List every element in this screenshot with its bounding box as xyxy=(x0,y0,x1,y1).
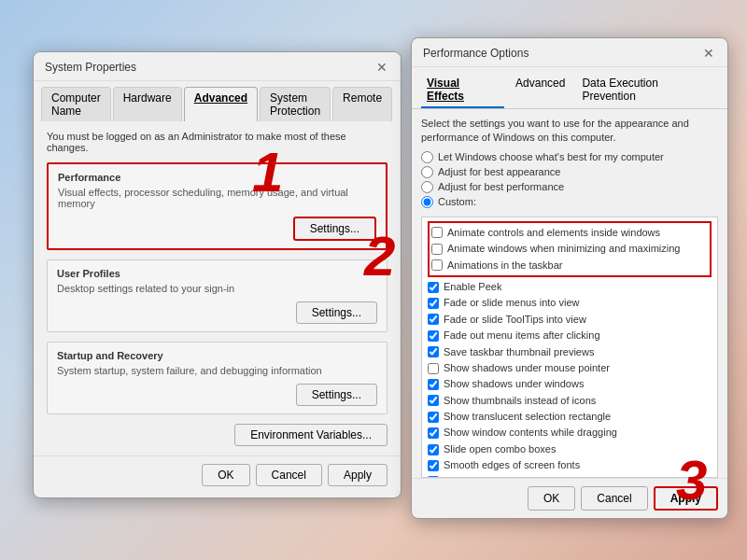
perf-cancel-button[interactable]: Cancel xyxy=(581,486,647,511)
radio-let-windows-input[interactable] xyxy=(421,151,433,163)
perf-opts-close-button[interactable]: ✕ xyxy=(701,46,716,61)
user-profiles-section: User Profiles Desktop settings related t… xyxy=(47,259,388,332)
step-2-label: 2 xyxy=(364,224,395,288)
checkbox-show-window-contents-input[interactable] xyxy=(428,427,439,439)
checkbox-smooth-edges: Smooth edges of screen fonts xyxy=(428,457,712,473)
tab-hardware[interactable]: Hardware xyxy=(113,87,182,121)
sys-props-tabs: Computer Name Hardware Advanced System P… xyxy=(34,81,401,121)
checkbox-show-thumbnails: Show thumbnails instead of icons xyxy=(428,393,712,409)
checkbox-animations-taskbar-input[interactable] xyxy=(431,259,443,271)
step-3-label: 3 xyxy=(676,448,707,512)
performance-desc: Visual effects, processor scheduling, me… xyxy=(58,187,376,209)
checkbox-enable-peek: Enable Peek xyxy=(428,279,712,295)
radio-best-performance-label: Adjust for best performance xyxy=(438,181,564,192)
radio-let-windows-label: Let Windows choose what's best for my co… xyxy=(438,151,664,162)
sys-props-content: You must be logged on as an Administrato… xyxy=(34,121,401,455)
tab-visual-effects[interactable]: Visual Effects xyxy=(421,73,504,108)
sys-props-close-button[interactable]: ✕ xyxy=(374,60,389,75)
perf-opts-titlebar: Performance Options ✕ xyxy=(412,38,727,67)
checkbox-save-taskbar: Save taskbar thumbnail previews xyxy=(428,344,712,360)
checkbox-fade-slide-tooltips-label: Fade or slide ToolTips into view xyxy=(444,313,586,327)
highlighted-checkboxes: Animate controls and elements inside win… xyxy=(428,221,712,277)
tab-system-protection[interactable]: System Protection xyxy=(260,87,331,121)
radio-group: Let Windows choose what's best for my co… xyxy=(412,151,727,217)
checkbox-animations-taskbar-label: Animations in the taskbar xyxy=(447,259,563,273)
checkbox-show-thumbnails-input[interactable] xyxy=(428,395,439,406)
admin-info-text: You must be logged on as an Administrato… xyxy=(47,131,388,153)
user-profiles-desc: Desktop settings related to your sign-in xyxy=(57,283,377,294)
checkbox-show-thumbnails-label: Show thumbnails instead of icons xyxy=(444,394,596,408)
perf-ok-button[interactable]: OK xyxy=(528,486,575,511)
sys-props-cancel-button[interactable]: Cancel xyxy=(256,464,322,486)
checkbox-slide-combo-input[interactable] xyxy=(428,444,439,455)
checkbox-save-taskbar-label: Save taskbar thumbnail previews xyxy=(444,345,594,359)
checkbox-fade-slide-tooltips: Fade or slide ToolTips into view xyxy=(428,312,712,328)
user-profiles-settings-button[interactable]: Settings... xyxy=(296,301,377,324)
checkbox-enable-peek-label: Enable Peek xyxy=(444,280,501,294)
radio-best-performance: Adjust for best performance xyxy=(421,181,718,193)
sys-props-title: System Properties xyxy=(45,61,136,74)
checkbox-slide-combo-label: Slide open combo boxes xyxy=(444,442,556,456)
startup-label: Startup and Recovery xyxy=(57,350,377,361)
checkbox-show-shadows-windows-label: Show shadows under windows xyxy=(444,377,584,391)
checkbox-show-shadows-mouse-input[interactable] xyxy=(428,363,439,374)
checkbox-fade-slide-menus-input[interactable] xyxy=(428,298,439,309)
checkbox-show-shadows-mouse-label: Show shadows under mouse pointer xyxy=(444,361,610,375)
checkbox-show-shadows-windows: Show shadows under windows xyxy=(428,376,712,392)
checkbox-animate-windows-label: Animate windows when minimizing and maxi… xyxy=(447,242,680,256)
checkbox-animate-windows: Animate windows when minimizing and maxi… xyxy=(431,241,708,257)
sys-props-apply-button[interactable]: Apply xyxy=(328,464,388,486)
user-profiles-label: User Profiles xyxy=(57,268,377,279)
checkbox-smooth-edges-label: Smooth edges of screen fonts xyxy=(444,458,580,472)
sys-props-ok-button[interactable]: OK xyxy=(202,464,249,486)
checkbox-fade-menu-items: Fade out menu items after clicking xyxy=(428,328,712,343)
radio-best-appearance: Adjust for best appearance xyxy=(421,166,718,178)
perf-opts-title: Performance Options xyxy=(423,47,529,60)
sys-props-titlebar: System Properties ✕ xyxy=(34,52,401,81)
checkbox-show-translucent: Show translucent selection rectangle xyxy=(428,409,712,425)
checkbox-show-window-contents-label: Show window contents while dragging xyxy=(444,426,617,440)
checkbox-animate-controls-label: Animate controls and elements inside win… xyxy=(447,226,660,240)
perf-description: Select the settings you want to use for … xyxy=(412,109,727,151)
startup-settings-button[interactable]: Settings... xyxy=(296,384,377,406)
checkbox-fade-menu-items-input[interactable] xyxy=(428,330,439,342)
checkbox-fade-slide-menus: Fade or slide menus into view xyxy=(428,295,712,311)
tab-advanced[interactable]: Advanced xyxy=(184,87,258,121)
sys-props-bottom-buttons: OK Cancel Apply xyxy=(34,455,401,497)
checkbox-show-shadows-mouse: Show shadows under mouse pointer xyxy=(428,360,712,376)
radio-let-windows: Let Windows choose what's best for my co… xyxy=(421,151,718,163)
system-properties-window: System Properties ✕ Computer Name Hardwa… xyxy=(33,51,402,498)
startup-recovery-section: Startup and Recovery System startup, sys… xyxy=(47,342,388,414)
perf-tabs-row: Visual Effects Advanced Data Execution P… xyxy=(412,67,727,109)
radio-best-appearance-label: Adjust for best appearance xyxy=(438,166,560,177)
checkbox-smooth-edges-input[interactable] xyxy=(428,460,439,471)
checkbox-save-taskbar-input[interactable] xyxy=(428,346,439,357)
tab-computer-name[interactable]: Computer Name xyxy=(41,87,111,121)
performance-label: Performance xyxy=(58,172,376,183)
environment-variables-button[interactable]: Environment Variables... xyxy=(234,424,388,446)
radio-best-appearance-input[interactable] xyxy=(421,166,433,178)
checkbox-show-window-contents: Show window contents while dragging xyxy=(428,425,712,441)
radio-custom-label: Custom: xyxy=(438,196,476,207)
checkbox-list: Animate controls and elements inside win… xyxy=(421,217,718,478)
checkbox-animate-controls: Animate controls and elements inside win… xyxy=(431,225,708,241)
checkbox-animate-controls-input[interactable] xyxy=(431,227,443,238)
radio-custom-input[interactable] xyxy=(421,196,433,208)
radio-custom: Custom: xyxy=(421,196,718,208)
performance-section: Performance Visual effects, processor sc… xyxy=(47,162,388,250)
checkbox-show-translucent-input[interactable] xyxy=(428,412,439,423)
checkbox-fade-slide-menus-label: Fade or slide menus into view xyxy=(444,296,580,310)
checkbox-show-translucent-label: Show translucent selection rectangle xyxy=(444,410,611,424)
radio-best-performance-input[interactable] xyxy=(421,181,433,193)
checkbox-enable-peek-input[interactable] xyxy=(428,282,439,293)
checkbox-slide-combo: Slide open combo boxes xyxy=(428,441,712,457)
tab-advanced-perf[interactable]: Advanced xyxy=(510,73,571,108)
checkbox-fade-slide-tooltips-input[interactable] xyxy=(428,314,439,325)
checkbox-animate-windows-input[interactable] xyxy=(431,244,443,255)
tab-remote[interactable]: Remote xyxy=(332,87,392,121)
checkbox-fade-menu-items-label: Fade out menu items after clicking xyxy=(444,329,600,343)
checkbox-show-shadows-windows-input[interactable] xyxy=(428,379,439,390)
checkbox-animations-taskbar: Animations in the taskbar xyxy=(431,258,708,273)
step-1-label: 1 xyxy=(252,140,283,204)
tab-dep[interactable]: Data Execution Prevention xyxy=(576,73,718,108)
